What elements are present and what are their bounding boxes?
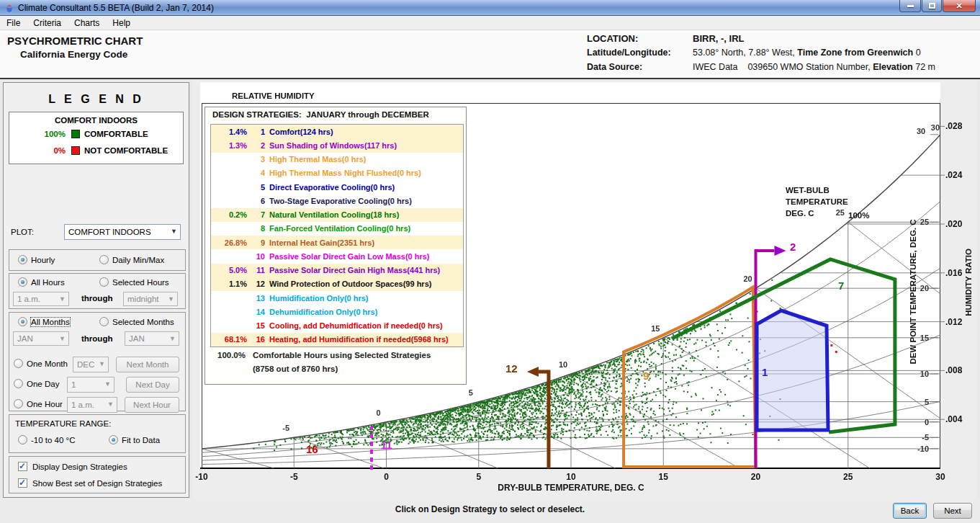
selected-hours-radio[interactable] [99, 277, 109, 287]
chevron-down-icon: ▼ [168, 295, 174, 303]
hourly-radio[interactable] [18, 255, 27, 264]
daily-minmax-label: Daily Min/Max [112, 256, 164, 264]
strategy-row[interactable]: 13Humidification Only(0 hrs) [211, 291, 463, 305]
comfortable-pct: 100% [9, 130, 66, 138]
one-hour-radio[interactable] [14, 399, 23, 408]
menu-help[interactable]: Help [106, 17, 137, 30]
chevron-down-icon: ▼ [59, 295, 66, 303]
strategy-row[interactable]: 4High Thermal Mass Night Flushed(0 hrs) [211, 166, 463, 180]
maximize-button[interactable] [922, 0, 942, 12]
chevron-down-icon: ▼ [171, 228, 177, 235]
display-options-group: Display Design Strategies Show Best set … [9, 456, 186, 493]
all-hours-label: All Hours [31, 278, 65, 287]
not-comfortable-label: NOT COMFORTABLE [84, 146, 168, 155]
maximize-icon [929, 3, 935, 9]
strategy-row[interactable]: 15Cooling, add Dehumidfication if needed… [211, 319, 463, 333]
latlong-value: 53.08° North, 7.88° West, Time Zone from… [693, 48, 921, 58]
all-months-radio[interactable] [18, 317, 27, 326]
menu-charts[interactable]: Charts [68, 17, 106, 30]
comfortable-label: COMFORTABLE [84, 130, 148, 138]
strategy-row[interactable]: 0.2%7Natural Ventilation Cooling(18 hrs) [211, 208, 463, 222]
one-day-radio[interactable] [14, 379, 23, 388]
design-strategies-box: DESIGN STRATEGIES: JANUARY through DECEM… [204, 107, 467, 385]
chevron-down-icon: ▼ [169, 335, 176, 342]
comfort-box-title: COMFORT INDOORS [9, 116, 183, 125]
hours-group: All Hours Selected Hours 1 a.m.▼ through… [9, 273, 186, 309]
close-button[interactable]: ✕ [943, 0, 976, 12]
next-button[interactable]: Next [933, 503, 972, 519]
temp-range-fit-radio[interactable] [109, 435, 118, 444]
strategy-row[interactable]: 6Two-Stage Evaporative Cooling(0 hrs) [211, 194, 463, 207]
next-hour-button[interactable]: Next Hour [125, 397, 179, 413]
best-strategies-checkbox[interactable] [18, 478, 27, 488]
chevron-down-icon: ▼ [107, 401, 114, 408]
strategy-row[interactable]: 3High Thermal Mass(0 hrs) [211, 153, 463, 166]
chevron-down-icon: ▼ [99, 360, 105, 367]
sidebar: L E G E N D COMFORT INDOORS 100% COMFORT… [3, 82, 189, 498]
minimize-button[interactable] [899, 0, 921, 12]
next-day-button[interactable]: Next Day [126, 377, 179, 393]
one-day-label: One Day [27, 380, 59, 388]
hour-to-select[interactable]: midnight▼ [123, 292, 178, 306]
daily-minmax-radio[interactable] [99, 255, 109, 264]
strategy-row[interactable]: 14Dehumidification Only(0 hrs) [211, 305, 463, 318]
design-strategies-title: DESIGN STRATEGIES: JANUARY through DECEM… [212, 110, 429, 119]
footer-hint: Click on Design Strategy to select or de… [0, 504, 980, 514]
month-from-select[interactable]: JAN▼ [13, 331, 69, 346]
menu-criteria[interactable]: Criteria [27, 17, 68, 30]
page-title: PSYCHROMETRIC CHART [7, 35, 143, 47]
strategy-row[interactable]: 5.0%11Passive Solar Direct Gain High Mas… [211, 264, 463, 277]
back-button[interactable]: Back [893, 503, 927, 519]
selected-months-label: Selected Months [112, 318, 174, 326]
comfortable-swatch [71, 130, 80, 138]
through-label: through [81, 294, 112, 303]
selected-months-radio[interactable] [99, 317, 109, 326]
chevron-down-icon: ▼ [104, 380, 111, 388]
all-hours-radio[interactable] [18, 277, 27, 287]
strategy-row[interactable]: 68.1%16Heating, add Humidification if ne… [211, 333, 463, 347]
one-day-select[interactable]: 1▼ [67, 377, 114, 393]
one-hour-select[interactable]: 1 a.m.▼ [67, 397, 117, 413]
page-subtitle: California Energy Code [20, 49, 127, 60]
strategy-row[interactable]: 10Passive Solar Direct Gain Low Mass(0 h… [211, 249, 463, 263]
minimize-icon [907, 5, 914, 7]
not-comfortable-pct: 0% [9, 146, 66, 155]
one-month-label: One Month [27, 359, 68, 368]
footer: Click on Design Strategy to select or de… [0, 499, 980, 523]
plot-select[interactable]: COMFORT INDOORS▼ [64, 224, 181, 240]
location-label: LOCATION: [587, 33, 638, 44]
temp-range-title: TEMPERATURE RANGE: [15, 419, 111, 428]
legend-title: L E G E N D [4, 93, 189, 106]
best-strategies-label: Show Best set of Design Strategies [32, 479, 162, 488]
strategy-row[interactable]: 26.8%9Internal Heat Gain(2351 hrs) [211, 236, 463, 249]
app-window: Climate Consultant 5.5 BETA (Build 2, Ja… [0, 0, 980, 523]
source-label: Data Source: [587, 62, 642, 72]
one-month-select[interactable]: DEC▼ [73, 357, 109, 372]
not-comfortable-swatch [71, 146, 80, 155]
display-strategies-checkbox[interactable] [18, 462, 27, 471]
temp-range-fit-label: Fit to Data [122, 436, 160, 444]
menu-file[interactable]: File [0, 17, 27, 30]
window-title: Climate Consultant 5.5 BETA (Build 2, Ja… [18, 3, 214, 13]
strategy-row[interactable]: 5Direct Evaporative Cooling(0 hrs) [211, 180, 463, 194]
close-icon: ✕ [956, 1, 962, 11]
hour-from-select[interactable]: 1 a.m.▼ [13, 292, 69, 306]
strategy-row[interactable]: 1.3%2Sun Shading of Windows(117 hrs) [211, 138, 463, 152]
strategy-row[interactable]: 1.4%1Comfort(124 hrs) [211, 125, 463, 138]
next-month-button[interactable]: Next Month [116, 357, 179, 372]
one-hour-label: One Hour [27, 400, 63, 408]
chevron-down-icon: ▼ [59, 335, 66, 342]
strategy-row[interactable]: 1.1%12Wind Protection of Outdoor Spaces(… [211, 277, 463, 291]
design-strategies-list: 1.4%1Comfort(124 hrs)1.3%2Sun Shading of… [210, 124, 464, 347]
month-to-select[interactable]: JAN▼ [125, 331, 179, 346]
temp-range-group: TEMPERATURE RANGE: -10 to 40 °C Fit to D… [9, 414, 186, 453]
all-months-label: All Months [31, 318, 70, 326]
titlebar[interactable]: Climate Consultant 5.5 BETA (Build 2, Ja… [0, 0, 980, 16]
display-strategies-label: Display Design Strategies [32, 462, 127, 471]
strategy-row[interactable]: 8Fan-Forced Ventilation Cooling(0 hrs) [211, 222, 463, 236]
one-month-radio[interactable] [14, 359, 23, 368]
temp-range-fixed-radio[interactable] [18, 435, 27, 444]
latlong-label: Latitude/Longitude: [587, 48, 671, 58]
header: PSYCHROMETRIC CHART California Energy Co… [0, 30, 980, 79]
hourly-label: Hourly [31, 256, 55, 264]
